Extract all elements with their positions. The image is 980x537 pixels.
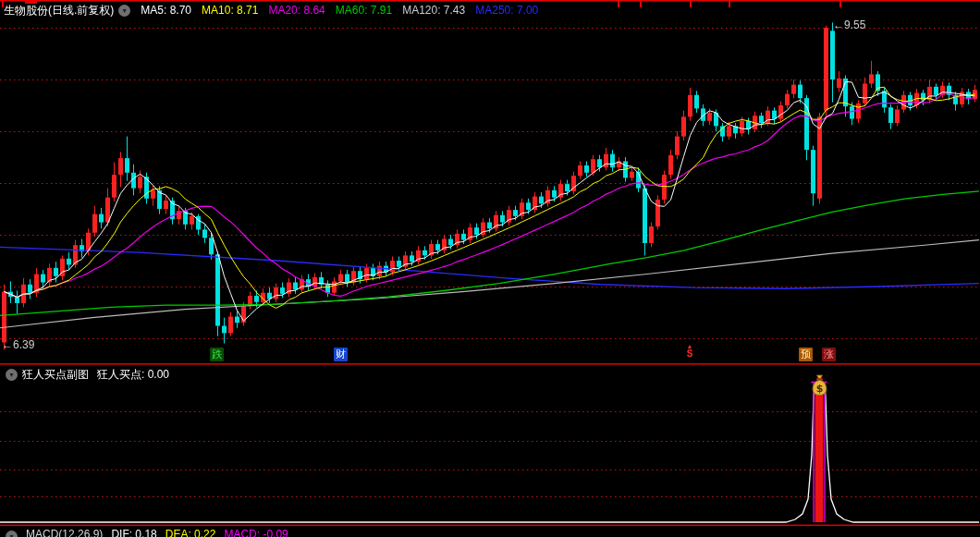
chevron-down-icon[interactable]: ▼: [6, 369, 18, 381]
high-price-label: ←9.55: [833, 18, 865, 31]
signal-s-marker: ▲ S: [683, 344, 696, 359]
macd-item-1: DIF: 0.18: [111, 528, 156, 537]
chevron-down-icon[interactable]: ▼: [6, 531, 18, 537]
macd-item-2: DEA: 0.22: [165, 528, 216, 537]
event-marker-die[interactable]: 跌: [210, 348, 224, 361]
ma-legend: MA5: 8.70MA10: 8.71MA20: 8.64MA60: 7.91M…: [130, 4, 538, 17]
low-price-label: ←6.39: [2, 338, 34, 351]
event-marker-cai[interactable]: 财: [334, 348, 348, 361]
stock-app-window: { "header": { "title": "生物股份(日线.前复权)", "…: [0, 0, 980, 537]
macd-values: MACD(12,26,9)DIF: 0.18DEA: 0.22MACD: -0.…: [18, 528, 288, 537]
ma-legend-item-5: MA250: 7.00: [475, 4, 538, 17]
ma-legend-item-0: MA5: 8.70: [141, 4, 191, 17]
sub-indicator-title: 狂人买点副图: [22, 367, 89, 383]
ma-legend-item-2: MA20: 8.64: [268, 4, 325, 17]
chevron-down-icon[interactable]: ▼: [118, 5, 130, 17]
sub-indicator-value: 狂人买点: 0.00: [97, 367, 169, 383]
ma-legend-item-3: MA60: 7.91: [336, 4, 392, 17]
ma-legend-item-1: MA10: 8.71: [202, 4, 258, 17]
event-marker-yu[interactable]: 预: [799, 348, 813, 361]
ma-legend-item-4: MA120: 7.43: [402, 4, 465, 17]
event-marker-zhang[interactable]: 涨: [822, 348, 836, 361]
candlestick-chart-canvas[interactable]: [0, 0, 980, 537]
svg-text:$: $: [816, 383, 824, 395]
signal-s-letter: S: [683, 349, 696, 359]
stock-title: 生物股份(日线.前复权): [4, 3, 114, 18]
money-bag-icon: $: [810, 374, 829, 402]
sub-indicator-header: ▼ 狂人买点副图 狂人买点: 0.00: [0, 367, 169, 382]
macd-item-3: MACD: -0.09: [224, 528, 288, 537]
main-chart-header: 生物股份(日线.前复权) ▼ MA5: 8.70MA10: 8.71MA20: …: [0, 2, 538, 18]
macd-item-0: MACD(12,26,9): [26, 528, 103, 537]
macd-panel-header: ▼ MACD(12,26,9)DIF: 0.18DEA: 0.22MACD: -…: [0, 527, 288, 537]
